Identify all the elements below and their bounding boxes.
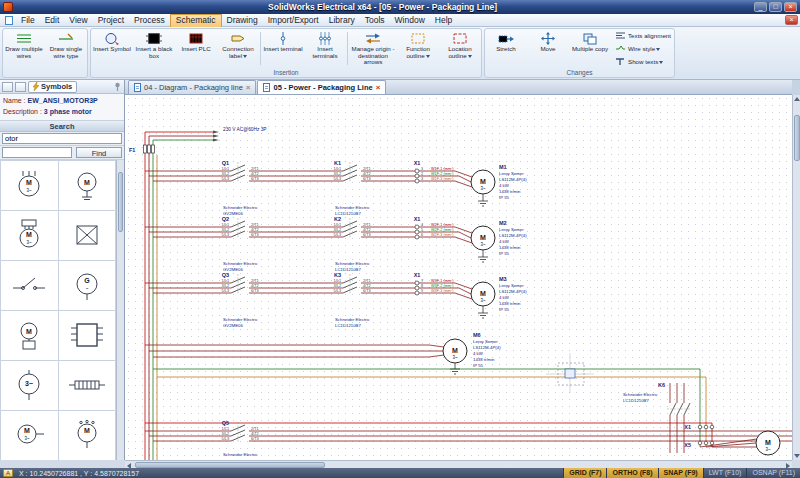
branch-1-labels[interactable]: Q1 1/L1 3/L2 5/L3 2/T1 4/T2 6/T3 Schneid… [222, 160, 528, 216]
search-scope-select[interactable] [2, 147, 72, 158]
symbol-thumbnail[interactable]: M [59, 161, 116, 210]
toggle-lwt[interactable]: LWT (F10) [703, 468, 747, 478]
symbol-thumbnail[interactable] [1, 261, 58, 310]
menu-library[interactable]: Library [324, 14, 360, 27]
symbol-thumbnail[interactable]: M3~ [1, 211, 58, 260]
menu-edit[interactable]: Edit [40, 14, 65, 27]
incoming-supply[interactable]: 230 V AC@60Hz 3P [145, 127, 267, 142]
menu-window[interactable]: Window [390, 14, 430, 27]
symbol-thumbnail[interactable]: M3~ [1, 161, 58, 210]
button-label: Insert PLC [181, 46, 210, 53]
vertical-scrollbar[interactable] [792, 95, 800, 460]
plc-icon [188, 31, 205, 45]
symbol-thumbnail[interactable] [59, 361, 116, 410]
menu-drawing[interactable]: Drawing [222, 14, 263, 27]
move-button[interactable]: Move [527, 29, 569, 68]
svg-text:G: G [84, 277, 90, 284]
terminal-number: 7 [421, 279, 423, 283]
menu-process[interactable]: Process [129, 14, 170, 27]
close-button[interactable] [784, 2, 797, 12]
toggle-snap[interactable]: SNAP (F9) [658, 468, 703, 478]
insert-terminal-button[interactable]: Insert terminal [262, 29, 304, 68]
symbol-thumbnail[interactable] [59, 211, 116, 260]
location-outline-button[interactable]: Location outline [439, 29, 481, 68]
stretch-button[interactable]: Stretch [485, 29, 527, 68]
fuse-f1[interactable]: F1 [129, 145, 155, 153]
symbol-thumbnail[interactable]: M [59, 411, 116, 460]
scrollbar-thumb[interactable] [118, 172, 123, 232]
tab-label: 04 - Diagram - Packaging line [144, 83, 243, 92]
terminal-tag-label: X1 [414, 272, 421, 278]
tab-close-icon[interactable] [376, 84, 381, 92]
find-button[interactable]: Find [76, 147, 122, 158]
ribbon-group-insertion: Insert Symbol Insert a black box Insert … [90, 28, 482, 78]
document-icon [5, 16, 13, 25]
pin-label: 4/T2 [363, 172, 371, 176]
supply-label[interactable]: 230 V AC@60Hz 3P [223, 127, 267, 132]
document-close-button[interactable] [785, 15, 798, 25]
function-outline-button[interactable]: Function outline [397, 29, 439, 68]
insert-terminals-button[interactable]: Insert terminals [304, 29, 346, 68]
connection-label-button[interactable]: Connection label [217, 29, 259, 68]
insert-black-box-button[interactable]: Insert a black box [133, 29, 175, 68]
name-label: Name : [3, 97, 26, 104]
menu-help[interactable]: Help [430, 14, 457, 27]
draw-multiple-wires-button[interactable]: Draw multiple wires [3, 29, 45, 68]
toggle-osnap[interactable]: OSNAP (F11) [746, 468, 800, 478]
insert-plc-button[interactable]: Insert PLC [175, 29, 217, 68]
symbol-thumbnail[interactable]: G~ [59, 261, 116, 310]
scrollbar-thumb[interactable] [794, 115, 800, 161]
contactor-k6[interactable]: K6 Schneider Electric LC1D1210B7 [623, 382, 691, 453]
menu-view[interactable]: View [64, 14, 92, 27]
menu-import-export[interactable]: Import/Export [263, 14, 324, 27]
scroll-down-icon[interactable] [793, 452, 800, 460]
texts-alignment-button[interactable]: Texts alignment [614, 30, 671, 42]
symbol-thumbnail[interactable]: M [1, 311, 58, 360]
schematic-canvas[interactable]: 230 V AC@60Hz 3P F1 Q1 1/L1 3/L2 5/L3 2/… [125, 95, 792, 460]
symbol-thumbnail[interactable] [59, 311, 116, 360]
bottom-right-circuit[interactable]: X1 X5 M 3~ [684, 424, 780, 455]
symbols-panel-tab[interactable]: Symbols [28, 81, 77, 93]
wire-label: W2F-3 (mm²) [431, 233, 454, 237]
wire-label: W1F-3 (mm²) [431, 177, 454, 181]
motor-m6[interactable]: M 3~ M6 Leroy Somer LS112M-4P(4) 4 kW 14… [145, 332, 501, 374]
branch-2-labels[interactable]: Q2 1/L1 3/L2 5/L3 2/T1 4/T2 6/T3 Schneid… [222, 216, 528, 272]
pushpin-icon[interactable] [113, 82, 122, 91]
menu-tools[interactable]: Tools [360, 14, 390, 27]
symbol-grid-scrollbar[interactable] [116, 160, 124, 460]
schematic-drawing[interactable]: 230 V AC@60Hz 3P F1 Q1 1/L1 3/L2 5/L3 2/… [125, 95, 792, 460]
show-texts-icon [614, 56, 626, 66]
button-label: Location outline [439, 46, 481, 59]
symbol-thumbnail[interactable]: M3~ [1, 411, 58, 460]
dock-left-icon[interactable] [2, 82, 13, 92]
draw-single-wire-button[interactable]: Draw single wire type [45, 29, 87, 68]
minimize-button[interactable] [754, 2, 767, 12]
show-texts-button[interactable]: Show texts [614, 55, 671, 67]
menu-schematic[interactable]: Schematic [170, 14, 222, 27]
scroll-up-icon[interactable] [793, 95, 800, 103]
fuse-tag-label[interactable]: F1 [129, 147, 135, 153]
toggle-ortho[interactable]: ORTHO (F8) [606, 468, 657, 478]
insertion-ghost-cursor [546, 353, 594, 393]
branch-3-labels[interactable]: Q3 1/L1 3/L2 5/L3 2/T1 4/T2 6/T3 Schneid… [222, 272, 528, 328]
distribution-wires[interactable] [145, 369, 712, 447]
motor-power-label: 4 kW [499, 295, 510, 300]
toggle-grid[interactable]: GRID (F7) [563, 468, 606, 478]
tab-power-05[interactable]: 05 - Power - Packaging Line [257, 80, 386, 94]
tab-close-icon[interactable] [246, 84, 251, 92]
insert-symbol-button[interactable]: Insert Symbol [91, 29, 133, 68]
breaker-q5[interactable]: Q5 1/L1 3/L2 5/L3 2/T1 4/T2 6/T3 Schneid… [145, 420, 792, 457]
search-input[interactable] [2, 133, 122, 144]
terminal-icon [275, 31, 292, 45]
maximize-button[interactable] [769, 2, 782, 12]
multiple-copy-button[interactable]: Multiple copy [569, 29, 611, 68]
tab-diagram-04[interactable]: 04 - Diagram - Packaging line [128, 80, 256, 94]
wire-style-button[interactable]: Wire style [614, 43, 671, 55]
manage-origin-destination-button[interactable]: Manage origin - destination arrows [349, 29, 397, 68]
menu-project[interactable]: Project [93, 14, 129, 27]
symbol-thumbnail[interactable]: 3~ [1, 361, 58, 410]
menu-file[interactable]: File [16, 14, 40, 27]
dock-right-icon[interactable] [15, 82, 26, 92]
horizontal-scrollbar[interactable] [125, 460, 792, 468]
contactor-tag-label: K3 [334, 272, 341, 278]
